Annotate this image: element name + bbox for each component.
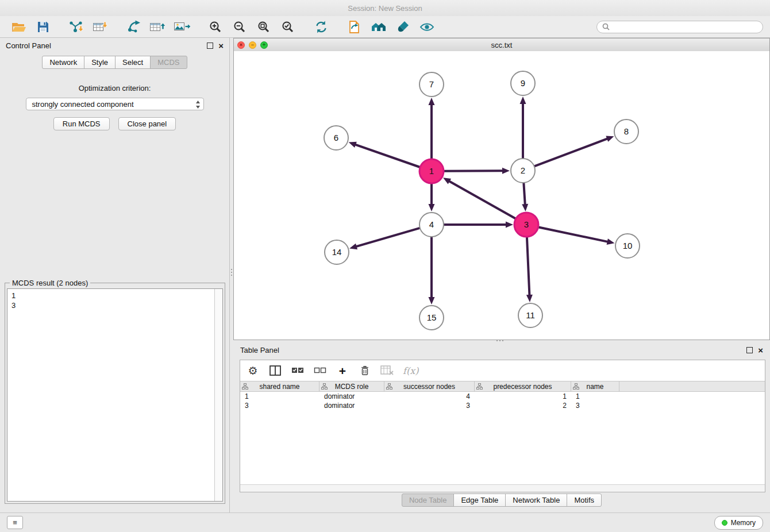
table-tab-node-table[interactable]: Node Table [402,494,455,507]
refresh-icon[interactable] [309,18,333,36]
minimize-glyph: − [251,43,254,48]
export-network-icon[interactable] [122,18,146,36]
zoom-window-button[interactable]: + [260,41,268,49]
close-window-button[interactable]: × [237,41,245,49]
column-header-predecessor-nodes[interactable]: predecessor nodes [475,381,571,391]
result-scrollbar[interactable] [214,289,222,501]
control-tab-mcds[interactable]: MCDS [150,56,187,69]
cell-predecessor-nodes[interactable]: 2 [475,402,571,410]
mcds-buttons-row: Run MCDS Close panel [0,117,229,130]
cell-mcds-role[interactable]: dominator [319,402,384,410]
column-sort-icon [321,383,328,390]
graph-edge-1-2[interactable] [444,171,502,171]
import-network-icon[interactable] [64,18,88,36]
zoom-selected-icon[interactable] [276,18,300,36]
search-box[interactable] [596,21,763,33]
close-glyph: × [240,43,242,48]
cell-successor-nodes[interactable]: 3 [384,402,475,410]
graph-edge-3-10[interactable] [539,228,607,242]
network-canvas[interactable]: 7968124314101511 [234,51,769,340]
column-header-label: successor nodes [403,383,455,391]
zoom-in-icon[interactable] [203,18,228,36]
column-header-name[interactable]: name [571,381,619,391]
graph-edge-2-8[interactable] [535,139,607,167]
function-builder-button[interactable]: f(x) [403,364,418,377]
delete-table-button[interactable] [380,364,394,377]
open-file-icon[interactable] [7,18,31,36]
graph-node-label-3: 3 [524,219,529,229]
memory-label: Memory [731,519,756,527]
control-tab-network[interactable]: Network [42,56,84,69]
graph-edge-1-6[interactable] [356,145,419,167]
cell-shared-name[interactable]: 3 [240,402,319,410]
column-header-successor-nodes[interactable]: successor nodes [384,381,475,391]
control-tab-select[interactable]: Select [115,56,151,69]
graph-edge-3-1[interactable] [449,182,515,219]
circular-arrows-icon [314,20,328,34]
cell-shared-name[interactable]: 1 [240,392,319,400]
zoom-out-icon[interactable] [228,18,252,36]
folder-icon [11,21,26,33]
graph-node-label-8: 8 [624,126,629,136]
graph-node-label-1: 1 [429,166,434,176]
table-row[interactable]: 3dominator323 [240,401,765,410]
home-icon[interactable] [367,18,391,36]
status-menu-button[interactable]: ≡ [7,516,23,529]
mcds-result-item: 3 [11,300,210,310]
refresh-group [309,18,333,36]
control-tab-style[interactable]: Style [84,56,116,69]
cell-name[interactable]: 3 [571,402,619,410]
add-column-button[interactable]: + [336,364,349,377]
menu-icon: ≡ [13,518,17,527]
control-panel-tabs: NetworkStyleSelectMCDS [0,56,229,69]
show-columns-button[interactable] [268,364,282,377]
float-panel-icon[interactable] [207,43,213,49]
status-bar: ≡ Memory [0,512,770,532]
table-row[interactable]: 1dominator411 [240,392,765,401]
close-panel-icon[interactable]: × [218,41,224,50]
network-graph[interactable]: 7968124314101511 [234,51,769,340]
delete-column-button[interactable] [358,364,372,377]
graph-edge-arrow [522,204,528,211]
table-tab-motifs[interactable]: Motifs [567,494,602,507]
close-panel-button[interactable]: Close panel [118,117,176,130]
save-session-icon[interactable] [31,18,55,36]
criterion-selected-value: strongly connected component [32,100,134,109]
network-window-titlebar[interactable]: scc.txt × − + [234,38,769,52]
magnifier-minus-icon [233,20,247,34]
graph-edge-3-11[interactable] [527,237,529,295]
search-input[interactable] [613,22,757,32]
style-brush-icon[interactable] [391,18,415,36]
close-table-panel-icon[interactable]: × [758,346,763,354]
table-tab-edge-table[interactable]: Edge Table [453,494,506,507]
export-image-icon[interactable] [170,18,194,36]
cell-successor-nodes[interactable]: 4 [384,392,475,400]
cell-predecessor-nodes[interactable]: 1 [475,392,571,400]
show-hide-details-icon[interactable] [415,18,439,36]
import-table-icon[interactable] [88,18,113,36]
cell-mcds-role[interactable]: dominator [319,392,384,400]
table-settings-button[interactable]: ⚙ [246,364,260,377]
minimize-window-button[interactable]: − [249,41,256,49]
graph-edge-2-3[interactable] [523,183,525,204]
share-document-icon[interactable] [342,18,367,36]
run-mcds-button[interactable]: Run MCDS [53,117,110,130]
table-panel: Table Panel × ⚙ + f(x) s [233,342,770,510]
column-header-shared-name[interactable]: shared name [240,381,319,391]
table-rows: 1dominator4113dominator323 [240,392,765,410]
table-horizontal-scrollbar[interactable] [240,484,765,492]
table-tab-network-table[interactable]: Network Table [505,494,567,507]
export-table-icon[interactable] [146,18,170,36]
float-table-panel-icon[interactable] [746,347,753,353]
zoom-fit-icon[interactable] [252,18,276,36]
table-header-row: shared nameMCDS rolesuccessor nodesprede… [240,381,765,392]
fx-icon: f(x) [403,365,418,376]
deselect-all-button[interactable] [313,364,327,377]
select-all-button[interactable] [291,364,305,377]
cell-name[interactable]: 1 [571,392,619,400]
column-header-mcds-role[interactable]: MCDS role [319,381,384,391]
control-panel-header: Control Panel × [0,38,229,53]
graph-edge-4-14[interactable] [357,228,419,246]
memory-button[interactable]: Memory [714,516,763,530]
criterion-dropdown[interactable]: strongly connected component [26,98,204,110]
